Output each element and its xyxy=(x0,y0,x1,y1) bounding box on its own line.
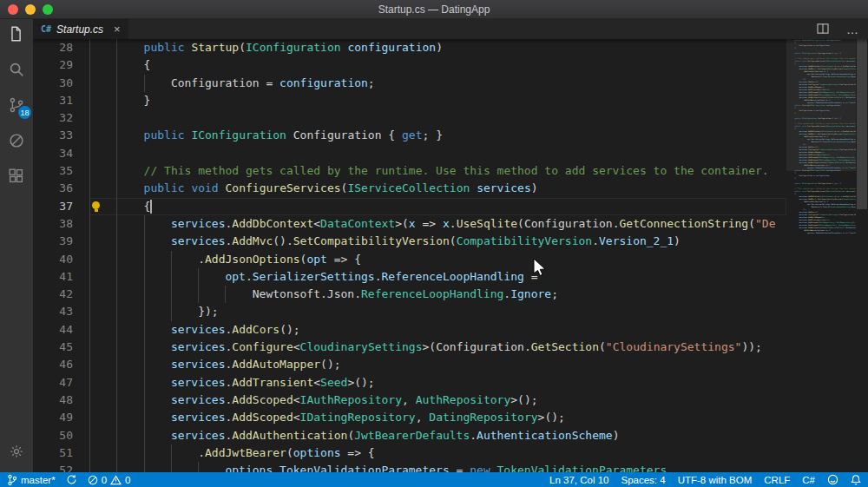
git-branch-icon xyxy=(7,474,17,486)
code-line-35[interactable]: // This method gets called by the runtim… xyxy=(89,162,786,180)
text-caret xyxy=(150,200,152,214)
line-number[interactable]: 45 xyxy=(33,339,89,356)
line-number[interactable]: 38 xyxy=(33,215,89,233)
line-number[interactable]: 29 xyxy=(33,56,89,74)
code-line-34[interactable] xyxy=(89,145,786,162)
sync-item[interactable] xyxy=(66,474,77,485)
csharp-file-icon: C# xyxy=(41,24,51,34)
editor-actions: … xyxy=(817,19,859,39)
line-number[interactable]: 35 xyxy=(33,162,89,180)
code-line-36[interactable]: public void ConfigureServices(IServiceCo… xyxy=(89,180,786,197)
code-line-31[interactable]: } xyxy=(89,92,786,109)
code-editor[interactable]: 2829303132333435363738394041424344454647… xyxy=(33,39,868,472)
mouse-cursor xyxy=(531,257,547,278)
code-line-52[interactable]: options.TokenValidationParameters = new … xyxy=(89,462,786,472)
line-number[interactable]: 30 xyxy=(33,75,89,92)
line-number[interactable]: 33 xyxy=(33,127,89,144)
tab-close-icon[interactable]: × xyxy=(114,23,121,35)
cursor-position-item[interactable]: Ln 37, Col 10 xyxy=(549,475,608,485)
line-number[interactable]: 49 xyxy=(33,409,89,426)
window-title: Startup.cs — DatingApp xyxy=(378,3,490,16)
line-number[interactable]: 36 xyxy=(33,180,89,197)
code-line-42[interactable]: Newtonsoft.Json.ReferenceLoopHandling.Ig… xyxy=(89,286,786,303)
code-line-47[interactable]: services.AddTransient<Seed>(); xyxy=(89,374,786,392)
minimize-window-button[interactable] xyxy=(25,4,36,15)
tab-label: Startup.cs xyxy=(56,23,103,36)
encoding-item[interactable]: UTF-8 with BOM xyxy=(678,475,753,485)
line-number[interactable]: 42 xyxy=(33,286,89,303)
settings-gear-icon[interactable] xyxy=(6,441,27,462)
sync-icon xyxy=(66,474,77,485)
code-line-44[interactable]: services.AddCors(); xyxy=(89,321,786,339)
language-mode-item[interactable]: C# xyxy=(802,475,815,485)
line-number[interactable]: 43 xyxy=(33,303,89,320)
line-number[interactable]: 51 xyxy=(33,444,89,462)
git-branch-item[interactable]: master* xyxy=(7,474,56,486)
tab-startup-cs[interactable]: C# Startup.cs × xyxy=(33,19,128,39)
vertical-scrollbar[interactable] xyxy=(856,39,868,472)
window-controls xyxy=(8,4,53,15)
line-number[interactable]: 50 xyxy=(33,427,89,444)
code-line-43[interactable]: }); xyxy=(89,303,786,320)
indentation-item[interactable]: Spaces: 4 xyxy=(621,475,665,485)
code-line-29[interactable]: { xyxy=(89,56,786,74)
line-number[interactable]: 44 xyxy=(33,321,89,339)
code-line-48[interactable]: services.AddScoped<IAuthRepository, Auth… xyxy=(89,392,786,409)
code-line-41[interactable]: opt.SerializerSettings.ReferenceLoopHand… xyxy=(89,268,786,286)
code-line-49[interactable]: services.AddScoped<IDatingRepository, Da… xyxy=(89,409,786,426)
debug-icon[interactable] xyxy=(6,130,27,151)
line-number[interactable]: 31 xyxy=(33,92,89,109)
main-area: 18 C# Startup.cs × … 2829303132333435363… xyxy=(0,19,868,472)
code-line-51[interactable]: .AddJwtBearer(options => { xyxy=(89,444,786,462)
code-line-28[interactable]: public Startup(IConfiguration configurat… xyxy=(89,39,786,56)
code-line-45[interactable]: services.Configure<CloudinarySettings>(C… xyxy=(89,339,786,356)
line-number[interactable]: 32 xyxy=(33,109,89,127)
line-number[interactable]: 46 xyxy=(33,356,89,373)
branch-name: master* xyxy=(21,475,56,485)
title-bar: Startup.cs — DatingApp xyxy=(0,0,868,19)
code-line-32[interactable] xyxy=(89,109,786,127)
code-line-38[interactable]: services.AddDbContext<DataContext>(x => … xyxy=(89,215,786,233)
notifications-bell-icon[interactable] xyxy=(851,474,861,485)
tab-bar: C# Startup.cs × … xyxy=(33,19,868,39)
explorer-icon[interactable] xyxy=(6,23,27,44)
scm-badge: 18 xyxy=(18,106,31,119)
line-numbers[interactable]: 2829303132333435363738394041424344454647… xyxy=(33,39,89,472)
lightbulb-icon[interactable] xyxy=(92,201,100,209)
maximize-window-button[interactable] xyxy=(43,4,53,15)
split-editor-icon[interactable] xyxy=(817,22,829,37)
minimap[interactable]: public Startup(IConfiguration configurat… xyxy=(786,39,856,472)
scrollbar-thumb[interactable] xyxy=(857,39,867,209)
extensions-icon[interactable] xyxy=(6,166,27,187)
code-line-40[interactable]: .AddJsonOptions(opt => { xyxy=(89,251,786,268)
problems-item[interactable]: 0 0 xyxy=(88,475,131,485)
status-bar: master* 0 0 Ln 37, Col 10 Spaces: 4 UTF-… xyxy=(0,472,868,487)
warnings-icon xyxy=(110,475,122,485)
line-number[interactable]: 34 xyxy=(33,145,89,162)
more-actions-icon[interactable]: … xyxy=(846,23,859,36)
line-number[interactable]: 48 xyxy=(33,392,89,409)
code-line-37[interactable]: { xyxy=(89,198,786,215)
line-number[interactable]: 52 xyxy=(33,462,89,472)
feedback-smiley-icon[interactable] xyxy=(827,474,838,485)
code-line-39[interactable]: services.AddMvc().SetCompatibilityVersio… xyxy=(89,233,786,250)
error-count: 0 xyxy=(102,475,107,485)
line-number[interactable]: 39 xyxy=(33,233,89,250)
minimap-slider[interactable] xyxy=(786,39,856,171)
close-window-button[interactable] xyxy=(8,4,18,15)
code-line-33[interactable]: public IConfiguration Configuration { ge… xyxy=(89,127,786,144)
line-number[interactable]: 41 xyxy=(33,268,89,286)
line-number[interactable]: 47 xyxy=(33,374,89,392)
activity-bar: 18 xyxy=(0,19,33,472)
code-line-46[interactable]: services.AddAutoMapper(); xyxy=(89,356,786,373)
search-icon[interactable] xyxy=(6,59,27,80)
code-line-30[interactable]: Configuration = configuration; xyxy=(89,75,786,92)
line-number[interactable]: 28 xyxy=(33,39,89,56)
line-number[interactable]: 37 xyxy=(33,198,89,215)
source-control-icon[interactable]: 18 xyxy=(6,95,27,115)
eol-item[interactable]: CRLF xyxy=(764,475,790,485)
code-line-50[interactable]: services.AddAuthentication(JwtBearerDefa… xyxy=(89,427,786,444)
line-number[interactable]: 40 xyxy=(33,251,89,268)
warning-count: 0 xyxy=(125,475,130,485)
code-content[interactable]: public Startup(IConfiguration configurat… xyxy=(89,39,786,472)
